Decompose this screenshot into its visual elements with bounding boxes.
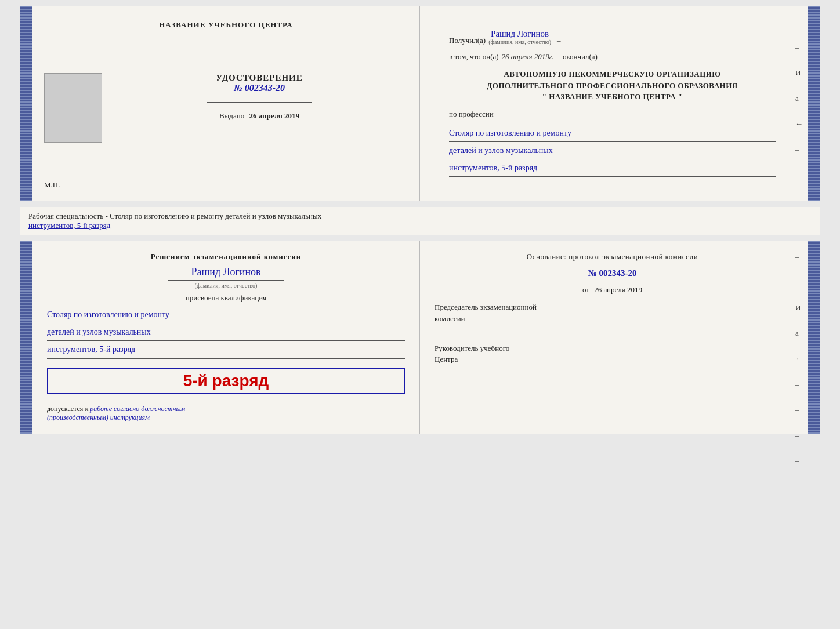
top-right-content: Получил(а) Рашид Логинов (фамилия, имя, … bbox=[435, 17, 793, 190]
right-decorations: – – И а ← – bbox=[795, 17, 803, 154]
rukovoditel-signature bbox=[435, 373, 504, 373]
bottom-recipient-name: Рашид Логинов bbox=[191, 266, 260, 278]
vydano-line: Выдано 26 апреля 2019 bbox=[219, 111, 299, 121]
top-right-panel: Получил(а) Рашид Логинов (фамилия, имя, … bbox=[420, 6, 808, 201]
ot-date-line: от 26 апреля 2019 bbox=[435, 285, 790, 294]
photo-placeholder bbox=[44, 73, 102, 143]
razryad-box: 5-й разряд bbox=[47, 368, 405, 394]
bottom-document: Решением экзаменационной комиссии Рашид … bbox=[20, 241, 820, 434]
school-name-title: НАЗВАНИЕ УЧЕБНОГО ЦЕНТРА bbox=[159, 20, 293, 30]
protocol-number: № 002343-20 bbox=[435, 268, 790, 278]
po-professii: по профессии bbox=[449, 110, 776, 119]
bottom-right-panel: Основание: протокол экзаменационной коми… bbox=[420, 241, 808, 434]
bottom-right-decorations: – – И а ← – – – – bbox=[795, 252, 803, 466]
bottom-left-panel: Решением экзаменационной комиссии Рашид … bbox=[32, 241, 420, 434]
chairman-signature bbox=[435, 332, 504, 332]
vtom-line: в том, что он(а) 26 апреля 2019г. окончи… bbox=[449, 52, 776, 61]
right-texture bbox=[808, 6, 820, 201]
bottom-name-block: Рашид Логинов (фамилия, имя, отчество) bbox=[47, 266, 405, 289]
left-texture bbox=[20, 6, 32, 201]
profession-block: Столяр по изготовлению и ремонту деталей… bbox=[449, 126, 776, 179]
udost-label: УДОСТОВЕРЕНИЕ bbox=[216, 73, 303, 83]
dopuskaetsya-line: допускается к работе согласно должностны… bbox=[47, 405, 405, 422]
cert-text: УДОСТОВЕРЕНИЕ № 002343-20 Выдано 26 апре… bbox=[111, 73, 408, 121]
chairman-block: Председатель экзаменационной комиссии bbox=[435, 301, 790, 336]
recipient-name: Рашид Логинов bbox=[491, 29, 549, 39]
mp-label: М.П. bbox=[44, 180, 60, 190]
specialty-separator: Рабочая специальность - Столяр по изгото… bbox=[20, 207, 820, 235]
top-left-panel: НАЗВАНИЕ УЧЕБНОГО ЦЕНТРА УДОСТОВЕРЕНИЕ №… bbox=[32, 6, 420, 201]
prisvoena-label: присвоена квалификация bbox=[47, 293, 405, 303]
bottom-right-texture bbox=[808, 241, 820, 434]
razryad-big-text: 5-й разряд bbox=[183, 372, 269, 390]
bottom-left-texture bbox=[20, 241, 32, 434]
osnovanie-title: Основание: протокол экзаменационной коми… bbox=[435, 252, 790, 261]
cert-main-area: УДОСТОВЕРЕНИЕ № 002343-20 Выдано 26 апре… bbox=[44, 73, 408, 143]
bottom-profession-block: Столяр по изготовлению и ремонту деталей… bbox=[47, 307, 405, 360]
top-document: НАЗВАНИЕ УЧЕБНОГО ЦЕНТРА УДОСТОВЕРЕНИЕ №… bbox=[20, 6, 820, 201]
rukovoditel-block: Руководитель учебного Центра bbox=[435, 343, 790, 377]
poluchil-line: Получил(а) Рашид Логинов (фамилия, имя, … bbox=[449, 29, 776, 45]
udost-number: № 002343-20 bbox=[234, 83, 285, 93]
org-block: АВТОНОМНУЮ НЕКОММЕРЧЕСКУЮ ОРГАНИЗАЦИЮ ДО… bbox=[449, 68, 776, 103]
resheniem-title: Решением экзаменационной комиссии bbox=[47, 252, 405, 261]
